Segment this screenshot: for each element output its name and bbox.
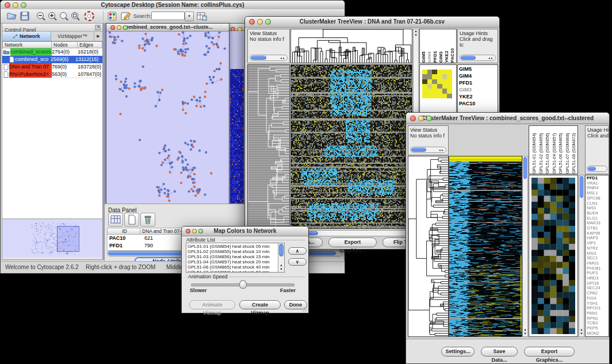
gene-label[interactable]: GIM5 <box>459 66 498 72</box>
heatmap-vscrollbar[interactable]: ▲▼ <box>522 156 528 337</box>
tab-overflow-button[interactable]: ▶ <box>94 32 102 41</box>
export-graphics-button[interactable]: Export Graphics... <box>328 237 377 247</box>
view-status-scrollbar[interactable]: ◂▸ <box>410 147 446 153</box>
zoom-button[interactable] <box>21 2 26 8</box>
minimize-button[interactable] <box>117 25 121 30</box>
usage-hints-scrollbar[interactable] <box>587 166 607 172</box>
save-icon[interactable] <box>20 11 30 21</box>
create-vizmap-button[interactable]: Create Vizmap <box>239 300 281 309</box>
attribute-select-button[interactable] <box>108 213 123 227</box>
table-row[interactable]: combined_scores 2764(0) 16218(0) <box>2 48 102 56</box>
settings-button[interactable]: Settings... <box>441 347 475 357</box>
move-down-button[interactable]: ∨ <box>288 258 307 266</box>
zoom-out-icon[interactable] <box>36 11 46 21</box>
network-overview-canvas[interactable] <box>2 219 102 257</box>
gene-label[interactable]: PFD1 <box>459 79 498 86</box>
gene-label[interactable]: GIM4 <box>459 72 498 79</box>
search-dropdown-button[interactable]: ▼ <box>185 12 194 21</box>
heatmap-global-view[interactable] <box>290 64 412 229</box>
column-label[interactable]: GIM3 <box>438 29 444 63</box>
close-button[interactable] <box>410 116 416 121</box>
dense-network-canvas[interactable] <box>230 31 244 203</box>
move-up-button[interactable]: ∧ <box>288 247 307 255</box>
attribute-item[interactable]: GPL51-04 (GSM857) heat shock 20 min <box>188 259 284 265</box>
annotation-icon[interactable] <box>120 11 131 21</box>
zoom-fit-icon[interactable] <box>59 11 69 21</box>
minimize-button[interactable] <box>13 2 18 8</box>
minimize-button[interactable] <box>257 19 263 25</box>
attribute-list-scrollbar[interactable]: ▲▼ <box>278 243 284 272</box>
gene-label[interactable]: MON2 <box>587 331 609 336</box>
gene-label[interactable]: YKE2 <box>459 93 498 100</box>
network-overview-panel[interactable] <box>2 219 102 258</box>
zoom-in-icon[interactable] <box>47 11 58 21</box>
attribute-table-icon[interactable] <box>196 11 207 21</box>
data-col-id[interactable]: ID <box>107 228 140 235</box>
view-status-scrollbar[interactable]: ◂▸ <box>250 55 288 61</box>
col-nodes[interactable]: Nodes <box>52 41 78 48</box>
zoom-selected-icon[interactable] <box>70 11 81 21</box>
column-label[interactable]: PFD1 <box>433 29 438 63</box>
network-view-window[interactable]: combined_scores_good.txt--cluste... <box>106 23 230 204</box>
treeview-dna-titlebar[interactable]: ClusterMaker TreeView : DNA and Tran 07-… <box>245 17 499 28</box>
zoom-button[interactable] <box>123 25 128 30</box>
save-data-button[interactable]: Save Data... <box>481 347 518 357</box>
zoom-button[interactable] <box>426 116 432 121</box>
gene-label[interactable]: PAC10 <box>459 100 498 107</box>
speed-slider-thumb[interactable] <box>239 280 247 289</box>
similarity-matrix[interactable] <box>422 70 452 98</box>
column-label[interactable]: GIM4 <box>427 29 433 63</box>
new-attribute-button[interactable] <box>124 213 139 227</box>
animate-vizmap-button[interactable]: Animate Vizmap <box>189 300 235 309</box>
row-dendrogram[interactable] <box>247 64 290 229</box>
zoom-button[interactable] <box>198 229 203 233</box>
column-label[interactable]: GIM5 <box>421 29 427 63</box>
attribute-listbox[interactable]: GPL51-01 (GSM854) heat shock 05 minGPL51… <box>186 243 285 273</box>
column-label[interactable]: GPL51-08 (GSM872) <box>571 126 577 174</box>
minimize-button[interactable] <box>418 116 424 121</box>
help-lifering-icon[interactable] <box>84 11 95 22</box>
map-dialog-titlebar[interactable]: Map Colors to Network <box>182 227 308 236</box>
column-label[interactable]: YKE2 <box>444 29 450 63</box>
minimize-button[interactable] <box>192 229 197 233</box>
float-panel-icon[interactable] <box>95 25 101 30</box>
column-label[interactable]: GPL51-01 (GSM854) <box>531 126 538 174</box>
column-label[interactable]: GPL51-03 (GSM856) <box>544 126 551 174</box>
column-label[interactable]: GPL51-06 (GSM865) <box>557 126 564 174</box>
attribute-item[interactable]: GPL51-02 (GSM855) heat shock 10 min <box>188 249 284 254</box>
main-titlebar[interactable]: Cytoscape Desktop (Session Name: collins… <box>1 1 345 10</box>
column-label[interactable]: GPL51-07 (GSM868) <box>564 126 571 174</box>
delete-attribute-button[interactable] <box>140 213 155 227</box>
zoom-button[interactable] <box>265 19 271 25</box>
network-view-window-2[interactable] <box>229 23 245 204</box>
tab-vizmapper[interactable]: VizMapper™ <box>51 32 94 41</box>
zoom-view-panel[interactable] <box>529 175 578 337</box>
resize-grip[interactable] <box>302 306 308 312</box>
zoom-view-vscrollbar[interactable]: ▲▼ <box>579 175 584 337</box>
treeview-combined-titlebar[interactable]: ClusterMaker TreeView : combined_scores_… <box>406 113 609 124</box>
vizmapper-palette-icon[interactable] <box>107 11 117 21</box>
table-row[interactable]: DNA and Tran 07 769(0) 183728(0) <box>2 63 102 71</box>
close-button[interactable] <box>110 25 115 30</box>
close-button[interactable] <box>249 19 255 25</box>
attribute-item[interactable]: GPL51-03 (GSM856) heat shock 15 min <box>188 254 284 259</box>
attribute-item[interactable]: GPL51-06 (GSM865) heat shock 40 min <box>188 265 284 270</box>
col-network[interactable]: Network <box>2 41 52 48</box>
tab-network[interactable]: Network <box>2 32 51 41</box>
gene-label[interactable]: GIM3 <box>459 86 498 93</box>
row-dendrogram[interactable] <box>408 156 449 337</box>
search-input[interactable] <box>151 12 185 20</box>
attribute-item[interactable]: GPL51-07 (GSM868) heat shock 60 min <box>188 270 284 273</box>
close-button[interactable] <box>186 229 190 233</box>
open-file-icon[interactable] <box>6 11 17 21</box>
network-canvas[interactable] <box>106 32 229 204</box>
column-label[interactable]: GPL51-02 (GSM855) <box>538 126 545 174</box>
column-dendrogram[interactable] <box>290 29 412 63</box>
usage-hints-scrollbar[interactable]: ◂▸ <box>460 55 496 61</box>
attribute-item[interactable]: GPL51-01 (GSM854) heat shock 05 min <box>188 244 284 249</box>
export-graphics-button[interactable]: Export Graphics... <box>524 347 575 357</box>
close-button[interactable] <box>5 2 10 8</box>
col-edges[interactable]: Edges <box>78 41 102 48</box>
column-label[interactable]: PAC10 <box>450 29 456 63</box>
column-label[interactable]: GPL51-04 (GSM857) <box>551 126 558 174</box>
